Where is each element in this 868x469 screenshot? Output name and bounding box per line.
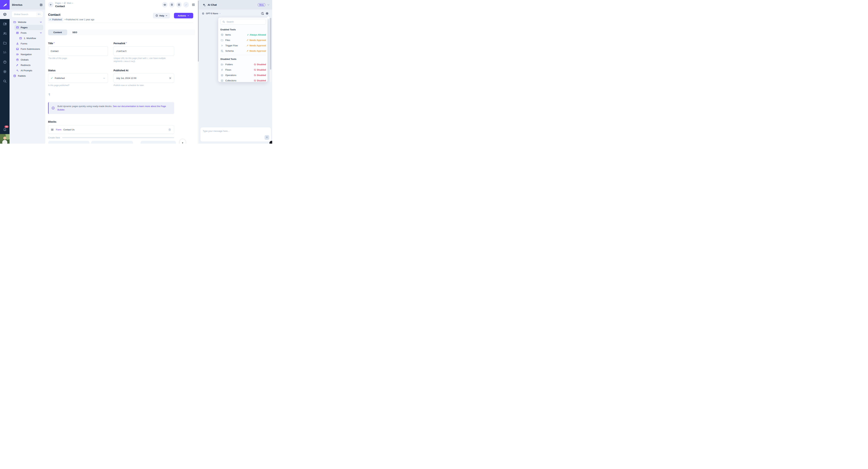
block-title: Contact Us <box>63 128 74 131</box>
breadcrumb-version[interactable]: Main <box>67 2 71 4</box>
message-input[interactable] <box>203 130 262 140</box>
sidebar-item-forms[interactable]: Forms <box>9 41 45 46</box>
tool-row-folders[interactable]: Folders Disabled <box>220 62 266 67</box>
back-button[interactable] <box>48 2 54 7</box>
preview-button[interactable] <box>162 2 167 7</box>
status-select[interactable]: ✓ Published <box>48 73 108 83</box>
module-insights[interactable] <box>0 48 9 57</box>
clear-date-button[interactable] <box>169 77 172 79</box>
notifications-button[interactable]: 72 <box>0 125 9 134</box>
sidebar-item-ai-prompts[interactable]: AI Prompts <box>9 68 45 73</box>
create-new-row: Create New <box>48 136 174 139</box>
breadcrumb[interactable]: Pages • Main ▾ <box>55 2 73 4</box>
user-avatar[interactable] <box>0 134 9 144</box>
ai-settings-button[interactable] <box>266 12 269 15</box>
sidebar-item-rabbits[interactable]: Rabbits <box>9 73 45 78</box>
chevron-down-icon[interactable] <box>40 21 42 23</box>
version-dropdown-icon[interactable]: ▾ <box>72 2 73 4</box>
tool-row-items[interactable]: Items ✓Always Allowed <box>220 32 266 37</box>
title-field-note: The title of this page. <box>48 57 108 60</box>
permalink-input[interactable] <box>116 50 172 53</box>
sidebar-item-form-submissions[interactable]: Form Submissions <box>9 46 45 52</box>
tool-row-schema[interactable]: Schema Needs Approval <box>220 48 266 54</box>
sidebar-item-globals[interactable]: Globals <box>9 57 45 62</box>
module-help[interactable] <box>0 57 9 67</box>
sidebar-item-label: 1. Workflow <box>24 37 36 39</box>
tab-seo[interactable]: SEO <box>67 30 82 35</box>
sidebar-item-navigation[interactable]: Navigation <box>9 52 45 57</box>
blocked-icon <box>254 69 256 71</box>
sidebar-item-workflow[interactable]: 1. Workflow <box>9 36 45 41</box>
page-title: Contact <box>48 13 60 16</box>
create-block-button[interactable] <box>48 141 89 144</box>
inbox-icon <box>16 47 19 51</box>
chevron-down-icon[interactable] <box>40 32 42 34</box>
sidebar-item-label: Pages <box>21 26 28 29</box>
sidebar-item-redirects[interactable]: Redirects <box>9 62 45 68</box>
send-button[interactable] <box>265 135 269 140</box>
archive-button[interactable] <box>176 2 182 7</box>
permalink-field[interactable] <box>114 46 174 56</box>
message-composer[interactable] <box>200 127 271 141</box>
scroll-down-indicator[interactable]: ▼ <box>180 139 186 144</box>
scrollbar-thumb[interactable] <box>198 1 199 62</box>
published-at-field-label: Published At <box>114 69 128 72</box>
published-at-field[interactable]: July 1st, 2024 12:00 <box>114 73 174 83</box>
clear-history-button[interactable] <box>261 12 264 15</box>
bell-icon <box>3 128 7 131</box>
tools-search-field[interactable] <box>220 19 266 25</box>
chevron-down-icon[interactable] <box>267 3 270 6</box>
archive-icon <box>178 3 180 6</box>
create-block-button[interactable] <box>141 141 176 144</box>
create-block-button[interactable] <box>91 141 133 144</box>
remove-block-button[interactable] <box>168 128 171 131</box>
module-settings[interactable] <box>0 67 9 76</box>
kanban-icon <box>19 37 22 40</box>
status-field-note: Is this page published? <box>48 84 69 87</box>
divider <box>220 55 266 55</box>
create-new-label[interactable]: Create New <box>48 136 60 139</box>
sidebar-item-pages[interactable]: Pages <box>9 25 45 30</box>
actions-button[interactable]: Actions <box>174 13 193 19</box>
tool-row-collections[interactable]: Collections Disabled <box>220 78 266 82</box>
sidebar-item-posts[interactable]: Posts <box>9 30 45 36</box>
main-scrollbar[interactable] <box>198 0 199 144</box>
tab-content[interactable]: Content <box>48 30 67 35</box>
help-button[interactable]: Help <box>153 13 170 19</box>
sidebar-item-website[interactable]: Website <box>9 20 45 25</box>
delete-button[interactable] <box>169 2 175 7</box>
block-row[interactable]: Form: Contact Us <box>48 125 174 134</box>
paragraph-divider: ¶ <box>49 93 50 96</box>
collapse-sidebar-button[interactable] <box>39 3 43 6</box>
module-visual-editor[interactable] <box>0 19 9 29</box>
directus-logo[interactable] <box>0 0 9 9</box>
global-search-input[interactable]: Global Search ⌘K <box>12 11 43 18</box>
play-icon <box>220 44 224 47</box>
model-selector[interactable]: GPT-5 Nano <box>206 12 218 15</box>
ai-panel-scrollbar[interactable] <box>270 18 272 82</box>
save-button[interactable] <box>183 2 189 7</box>
breadcrumb-collection[interactable]: Pages <box>55 2 61 4</box>
module-files[interactable] <box>0 38 9 48</box>
chevron-down-icon[interactable] <box>103 77 105 79</box>
drag-handle-icon[interactable] <box>51 129 54 130</box>
tool-row-files[interactable]: Files Needs Approval <box>220 37 266 43</box>
sidebar-item-label: Form Submissions <box>21 48 40 50</box>
title-input[interactable] <box>51 50 105 53</box>
trash-icon <box>168 128 171 131</box>
module-content[interactable] <box>0 9 9 19</box>
scrollbar-thumb[interactable] <box>270 18 271 70</box>
title-field[interactable] <box>48 46 108 56</box>
module-users[interactable] <box>0 29 9 38</box>
module-search[interactable] <box>0 76 9 86</box>
tool-row-flows[interactable]: Flows Disabled <box>220 67 266 72</box>
project-name: Directus <box>12 3 39 6</box>
toggle-right-panel-button[interactable] <box>191 2 196 7</box>
editor-icon <box>3 22 7 26</box>
ai-toolbar: GPT-5 Nano ˅ <box>199 9 272 18</box>
chevron-down-icon[interactable]: ˅ <box>220 13 220 14</box>
tools-search-input[interactable] <box>226 21 264 23</box>
tool-row-trigger-flow[interactable]: Trigger Flow Needs Approval <box>220 43 266 48</box>
tool-row-operations[interactable]: Operations Disabled <box>220 72 266 78</box>
info-icon <box>51 106 55 110</box>
